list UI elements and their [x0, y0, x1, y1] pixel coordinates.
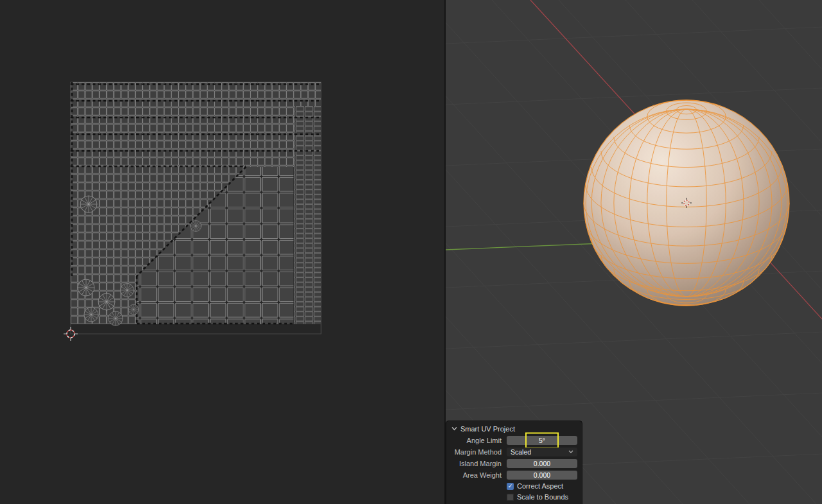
angle-limit-value: 5°: [539, 437, 545, 444]
correct-aspect-checkbox[interactable]: ✓: [507, 483, 514, 490]
angle-limit-slider[interactable]: 5°: [507, 436, 577, 445]
sphere-mesh[interactable]: [584, 100, 789, 306]
island-margin-value: 0.000: [534, 460, 550, 467]
island-margin-field[interactable]: 0.000: [507, 459, 577, 468]
operator-panel-title: Smart UV Project: [460, 425, 515, 433]
correct-aspect-label: Correct Aspect: [517, 482, 563, 490]
scale-to-bounds-checkbox[interactable]: [507, 494, 514, 501]
margin-method-dropdown[interactable]: Scaled: [507, 448, 577, 456]
operator-panel-header[interactable]: Smart UV Project: [446, 423, 582, 434]
area-weight-value: 0.000: [534, 471, 550, 479]
operator-panel: Smart UV Project Angle Limit 5° Margin M…: [446, 421, 582, 504]
field-label: Margin Method: [450, 448, 507, 456]
chevron-down-icon: [568, 450, 573, 453]
field-label: Island Margin: [450, 460, 507, 467]
field-label: Area Weight: [450, 471, 507, 479]
uv-editor-canvas[interactable]: [71, 82, 321, 334]
collapse-chevron-icon[interactable]: [451, 426, 457, 431]
uv-editor[interactable]: [0, 0, 444, 504]
field-label: Angle Limit: [450, 437, 507, 444]
margin-method-value: Scaled: [511, 448, 531, 456]
area-weight-field[interactable]: 0.000: [507, 471, 577, 480]
scale-to-bounds-label: Scale to Bounds: [517, 493, 568, 501]
